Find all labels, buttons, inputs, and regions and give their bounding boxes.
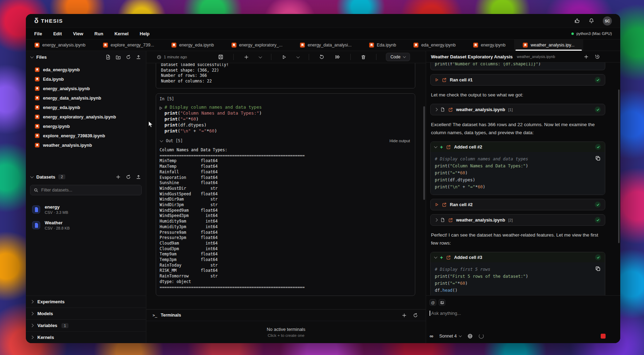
added-cell-header[interactable]: + Added cell #2 bbox=[431, 142, 605, 152]
event-ran-cell-1[interactable]: Ran cell #1 bbox=[430, 74, 605, 86]
menu-view[interactable]: View bbox=[73, 31, 83, 36]
tab-label: Eda.ipynb bbox=[377, 43, 396, 48]
code-cell[interactable]: In [5] # Display column names and data t… bbox=[156, 93, 415, 296]
menu-edit[interactable]: Edit bbox=[53, 31, 62, 36]
menu-run[interactable]: Run bbox=[94, 31, 103, 36]
dataset-list: energyCSV · 3.3 MBWeatherCSV · 28.8 KB bbox=[26, 199, 146, 236]
plus-icon: + bbox=[440, 255, 443, 260]
notebook-scroll-area[interactable]: Dataset loaded successfully! Dataset sha… bbox=[146, 63, 426, 309]
chevron-down-icon bbox=[459, 334, 462, 337]
tab-weather-analysis-ipy-[interactable]: weather_analysis.ipy... bbox=[514, 39, 583, 51]
assistant-chat[interactable]: print(f"Number of columns: {df.shape[1]}… bbox=[426, 63, 620, 295]
notebook-icon bbox=[523, 43, 528, 48]
files-header[interactable]: Files bbox=[26, 51, 146, 63]
terminals-header[interactable]: >_ Terminals bbox=[146, 310, 426, 321]
infinity-mode-icon[interactable]: ∞ bbox=[430, 333, 433, 339]
dataset-item[interactable]: energyCSV · 3.3 MB bbox=[26, 202, 146, 217]
new-file-icon[interactable] bbox=[105, 54, 111, 60]
hide-output-button[interactable]: Hide output bbox=[389, 139, 410, 143]
refresh-terminals-icon[interactable] bbox=[412, 312, 418, 318]
notebook-scrollbar[interactable] bbox=[423, 106, 425, 200]
avatar[interactable]: SC bbox=[603, 16, 612, 26]
dataset-filter-input[interactable]: Filter datasets... bbox=[30, 185, 142, 195]
event-notebook-ref-1[interactable]: weather_analysis.ipynb [1] bbox=[430, 104, 605, 115]
cell-out-header: Out [5] Hide output bbox=[156, 137, 415, 145]
chevron-down-icon bbox=[30, 175, 34, 178]
sidebar-section-experiments[interactable]: Experiments bbox=[26, 296, 146, 307]
copy-code-icon[interactable] bbox=[595, 266, 601, 272]
file-item[interactable]: energy_data_analysis.ipynb bbox=[26, 93, 146, 103]
refresh-icon[interactable] bbox=[125, 174, 131, 180]
upload-icon[interactable] bbox=[136, 174, 141, 180]
menu-help[interactable]: Help bbox=[140, 31, 149, 36]
sidebar-section-variables[interactable]: Variables1 bbox=[26, 319, 146, 331]
run-this-cell-icon[interactable] bbox=[159, 104, 164, 134]
tab-eda-energy-ipynb[interactable]: eda_energy.ipynb bbox=[405, 39, 464, 51]
dataset-meta: CSV · 3.3 MB bbox=[45, 210, 68, 215]
add-cell-icon[interactable] bbox=[243, 54, 249, 60]
sidebar-section-models[interactable]: Models bbox=[26, 307, 146, 319]
file-item[interactable]: energy_exploratory_analysis.ipynb bbox=[26, 112, 146, 122]
event-label: weather_analysis.ipynb bbox=[456, 107, 505, 112]
tab-energy-eda-ipynb[interactable]: energy_eda.ipynb bbox=[163, 39, 222, 51]
file-item[interactable]: energy_eda.ipynb bbox=[26, 103, 146, 112]
refresh-icon[interactable] bbox=[125, 54, 131, 60]
file-item[interactable]: weather_analysis.ipynb bbox=[26, 140, 146, 150]
cell-icon bbox=[442, 78, 447, 82]
file-item[interactable]: energy_analysis.ipynb bbox=[26, 84, 146, 93]
menu-file[interactable]: File bbox=[34, 31, 42, 36]
dataset-info: WeatherCSV · 28.8 KB bbox=[45, 220, 70, 230]
run-cell-icon[interactable] bbox=[281, 54, 287, 60]
datasets-header[interactable]: Datasets 2 bbox=[26, 171, 146, 183]
tab-label: energy_eda.ipynb bbox=[179, 43, 214, 48]
cell-icon bbox=[446, 145, 451, 150]
tab-energy-exploratory-[interactable]: energy_exploratory_... bbox=[223, 39, 291, 51]
add-cell-chevron-icon[interactable] bbox=[258, 55, 262, 58]
tab-Eda-ipynb[interactable]: Eda.ipynb bbox=[360, 39, 405, 51]
tab-label: energy_analysis.ipynb bbox=[42, 43, 86, 48]
kernel-status-dot bbox=[571, 32, 574, 35]
added-cell-header[interactable]: + Added cell #3 bbox=[431, 252, 605, 262]
file-item[interactable]: explore_energy_739839.ipynb bbox=[26, 131, 146, 140]
file-item[interactable]: eda_energy.ipynb bbox=[26, 65, 146, 74]
tab-explore-energy-739-[interactable]: explore_energy_739... bbox=[94, 39, 163, 51]
copy-code-icon[interactable] bbox=[595, 155, 601, 162]
chat-input-field[interactable]: Ask anything... bbox=[430, 311, 615, 316]
like-icon[interactable] bbox=[574, 18, 580, 24]
file-item[interactable]: Eda.ipynb bbox=[26, 74, 146, 84]
tab-label: energy_exploratory_... bbox=[239, 43, 283, 48]
stop-generation-button[interactable] bbox=[601, 334, 606, 339]
run-all-icon[interactable] bbox=[335, 54, 341, 60]
chevron-down-icon[interactable] bbox=[160, 139, 163, 142]
model-select[interactable]: Sonnet 4 bbox=[439, 334, 461, 339]
delete-cell-icon[interactable] bbox=[360, 54, 366, 60]
plus-icon: + bbox=[440, 145, 443, 150]
history-icon[interactable] bbox=[594, 54, 600, 59]
kernel-status[interactable]: python3 (Mac GPU) bbox=[571, 31, 612, 36]
attach-image-icon[interactable] bbox=[439, 299, 445, 306]
sidebar-section-kernels[interactable]: Kernels bbox=[26, 331, 146, 343]
event-notebook-ref-2[interactable]: weather_analysis.ipynb [2] bbox=[430, 214, 605, 226]
assistant-scrollbar[interactable] bbox=[618, 89, 620, 243]
run-chevron-icon[interactable] bbox=[296, 55, 300, 58]
file-item[interactable]: energy.ipynb bbox=[26, 122, 146, 131]
add-dataset-icon[interactable] bbox=[115, 174, 121, 180]
menu-kernel[interactable]: Kernel bbox=[115, 31, 129, 36]
tab-energy-ipynb[interactable]: energy.ipynb bbox=[464, 39, 514, 51]
added-cell-label: Added cell #3 bbox=[454, 255, 482, 260]
upload-icon[interactable] bbox=[136, 54, 141, 60]
new-chat-icon[interactable] bbox=[583, 54, 589, 59]
new-folder-icon[interactable] bbox=[115, 54, 121, 60]
notifications-bell-icon[interactable] bbox=[588, 18, 594, 24]
tab-energy-analysis-ipynb[interactable]: energy_analysis.ipynb bbox=[26, 39, 94, 51]
save-notebook-icon[interactable] bbox=[218, 54, 224, 60]
restart-kernel-icon[interactable] bbox=[319, 54, 325, 60]
tab-energy-data-analysi-[interactable]: energy_data_analysi... bbox=[291, 39, 360, 51]
cell-code[interactable]: # Display column names and data typespri… bbox=[164, 104, 262, 134]
globe-icon[interactable] bbox=[467, 333, 473, 339]
dataset-item[interactable]: WeatherCSV · 28.8 KB bbox=[26, 217, 146, 233]
event-ran-cell-2[interactable]: Ran cell #2 bbox=[430, 199, 605, 210]
new-terminal-icon[interactable] bbox=[401, 312, 407, 318]
mention-icon[interactable]: @ bbox=[430, 299, 436, 306]
cell-type-select[interactable]: Code bbox=[386, 53, 410, 61]
